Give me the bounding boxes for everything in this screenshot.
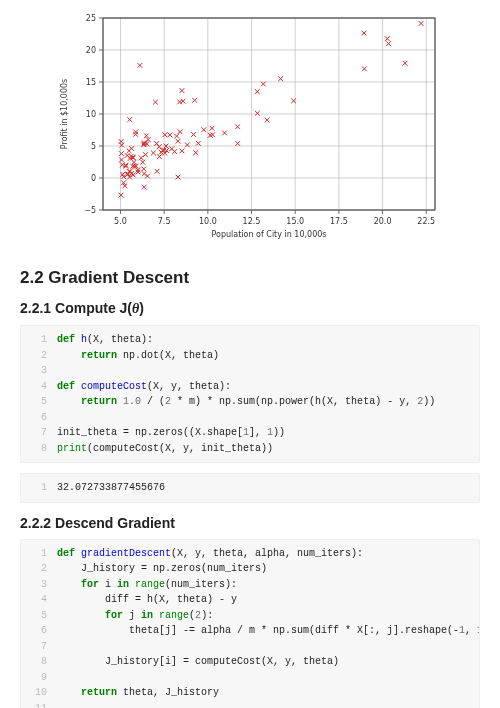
svg-text:5.0: 5.0 bbox=[114, 217, 127, 226]
heading-text: 2.2.1 Compute J( bbox=[20, 300, 132, 316]
code-block-computeJ: 1def h(X, theta):2 return np.dot(X, thet… bbox=[20, 325, 480, 463]
code-line: 1def h(X, theta): bbox=[21, 332, 479, 348]
code-line: 5 return 1.0 / (2 * m) * np.sum(np.power… bbox=[21, 394, 479, 410]
code-line: 3 for i in range(num_iters): bbox=[21, 577, 479, 593]
code-line: 3 bbox=[21, 363, 479, 379]
svg-text:20.0: 20.0 bbox=[374, 217, 392, 226]
svg-text:Profit in $10,000s: Profit in $10,000s bbox=[60, 79, 69, 150]
code-line: 9 bbox=[21, 670, 479, 686]
svg-text:10: 10 bbox=[86, 110, 96, 119]
code-line: 11 bbox=[21, 701, 479, 709]
code-line: 8 J_history[i] = computeCost(X, y, theta… bbox=[21, 654, 479, 670]
code-line: 2 return np.dot(X, theta) bbox=[21, 348, 479, 364]
code-line: 7init_theta = np.zeros((X.shape[1], 1)) bbox=[21, 425, 479, 441]
svg-text:17.5: 17.5 bbox=[330, 217, 348, 226]
svg-text:5: 5 bbox=[91, 142, 96, 151]
code-line: 6 bbox=[21, 410, 479, 426]
section-heading-2.2.1: 2.2.1 Compute J(θ) bbox=[20, 300, 480, 317]
svg-text:25: 25 bbox=[86, 14, 96, 23]
svg-text:15.0: 15.0 bbox=[286, 217, 304, 226]
code-line: 8print(computeCost(X, y, init_theta)) bbox=[21, 441, 479, 457]
svg-text:10.0: 10.0 bbox=[199, 217, 217, 226]
code-line: 4 diff = h(X, theta) - y bbox=[21, 592, 479, 608]
code-line: 10 return theta, J_history bbox=[21, 685, 479, 701]
code-block-gradientDescent: 1def gradientDescent(X, y, theta, alpha,… bbox=[20, 539, 480, 709]
output-block-computeJ: 132.072733877455676 bbox=[20, 473, 480, 503]
svg-text:12.5: 12.5 bbox=[243, 217, 261, 226]
code-line: 132.072733877455676 bbox=[21, 480, 479, 496]
svg-text:20: 20 bbox=[86, 46, 96, 55]
section-heading-2.2: 2.2 Gradient Descent bbox=[20, 268, 480, 288]
scatter-chart: 5.07.510.012.515.017.520.022.5−505101520… bbox=[20, 0, 480, 254]
svg-text:15: 15 bbox=[86, 78, 96, 87]
code-line: 6 theta[j] -= alpha / m * np.sum(diff * … bbox=[21, 623, 479, 639]
code-line: 1def gradientDescent(X, y, theta, alpha,… bbox=[21, 546, 479, 562]
svg-text:Population of City in 10,000s: Population of City in 10,000s bbox=[211, 230, 326, 239]
svg-text:−5: −5 bbox=[84, 206, 96, 215]
code-line: 4def computeCost(X, y, theta): bbox=[21, 379, 479, 395]
heading-text: ) bbox=[139, 300, 144, 316]
code-line: 7 bbox=[21, 639, 479, 655]
svg-text:7.5: 7.5 bbox=[158, 217, 171, 226]
code-line: 2 J_history = np.zeros(num_iters) bbox=[21, 561, 479, 577]
code-line: 5 for j in range(2): bbox=[21, 608, 479, 624]
section-heading-2.2.2: 2.2.2 Descend Gradient bbox=[20, 515, 480, 531]
svg-text:0: 0 bbox=[91, 174, 96, 183]
svg-text:22.5: 22.5 bbox=[417, 217, 435, 226]
